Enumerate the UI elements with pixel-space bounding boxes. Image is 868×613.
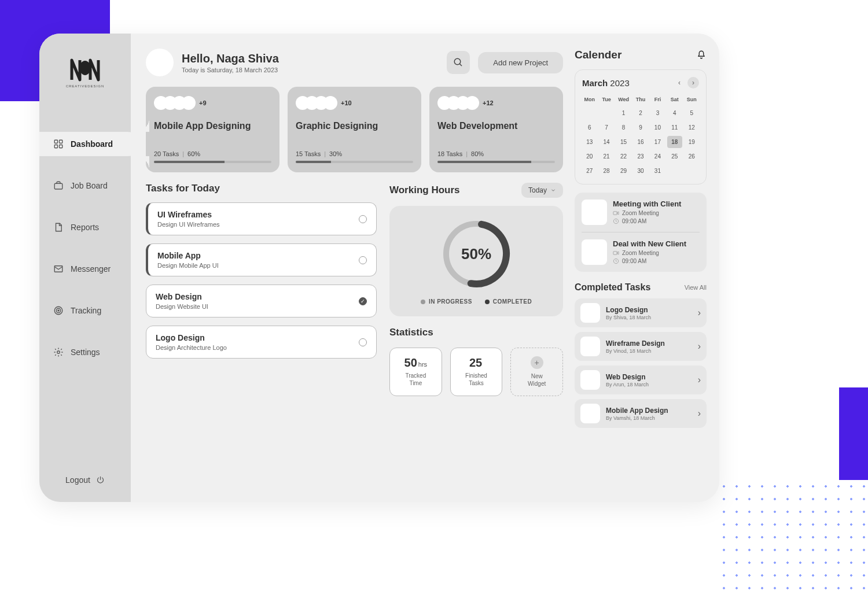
logo-icon (69, 57, 101, 82)
task-subtitle: Design UI Wireframes (157, 221, 220, 228)
project-card[interactable]: +10Graphic Designing15 Tasks|30% (288, 87, 421, 172)
search-button[interactable] (447, 51, 470, 74)
calendar-day[interactable]: 25 (667, 150, 682, 163)
calendar-day[interactable]: 31 (650, 165, 665, 177)
completed-task-title: Logo Design (606, 306, 651, 314)
calendar-day[interactable]: 19 (685, 136, 699, 148)
svg-point-9 (57, 351, 60, 354)
calendar-day[interactable]: 15 (616, 136, 631, 148)
completed-task-meta: By Vamshi, 18 March (606, 415, 668, 421)
calendar-dow: Tue (599, 94, 613, 105)
task-card[interactable]: UI WireframesDesign UI Wireframes (146, 202, 377, 235)
avatar-stack: +9 (154, 96, 271, 110)
logout-button[interactable]: Logout (65, 475, 105, 485)
project-cards: +9Mobile App Designing20 Tasks|60%+10Gra… (146, 87, 563, 172)
power-icon (96, 476, 105, 485)
calendar-day[interactable]: 17 (650, 136, 665, 148)
sidebar-item-messenger[interactable]: Messenger (39, 257, 131, 281)
completed-task-item[interactable]: Logo DesignBy Shiva, 18 March› (575, 298, 707, 327)
calendar-day[interactable]: 4 (667, 107, 682, 119)
project-stats: 15 Tasks|30% (296, 150, 413, 157)
calendar-day[interactable]: 8 (616, 121, 631, 134)
sidebar-item-dashboard[interactable]: Dashboard (39, 132, 140, 156)
calendar-day[interactable]: 22 (616, 150, 631, 163)
task-checkbox[interactable]: ✓ (359, 297, 367, 305)
task-checkbox[interactable] (359, 256, 367, 264)
project-card[interactable]: +9Mobile App Designing20 Tasks|60% (146, 87, 279, 172)
calendar-title: Calender (575, 49, 621, 61)
logout-label: Logout (65, 475, 90, 485)
event-item[interactable]: Meeting with ClientZoom Meeting09:00 AM (582, 200, 700, 232)
donut-percentage: 50% (440, 217, 513, 290)
calendar-day[interactable]: 7 (599, 121, 613, 134)
calendar-day[interactable]: 30 (633, 165, 648, 177)
user-avatar[interactable] (146, 49, 174, 76)
calendar-day[interactable]: 6 (582, 121, 597, 134)
sidebar-item-job-board[interactable]: Job Board (39, 173, 131, 198)
view-all-link[interactable]: View All (685, 284, 707, 291)
greeting-title: Hello, Naga Shiva (182, 52, 279, 65)
main-area: Hello, Naga Shiva Today is Saturday, 18 … (131, 34, 719, 502)
task-card[interactable]: Mobile AppDesign Mobile App UI (146, 243, 377, 276)
calendar-day[interactable]: 11 (667, 121, 682, 134)
completed-task-item[interactable]: Web DesignBy Arun, 18 March› (575, 365, 707, 394)
calendar-day[interactable]: 10 (650, 121, 665, 134)
calendar-next-button[interactable]: › (687, 77, 699, 88)
calendar-day[interactable]: 23 (633, 150, 648, 163)
calendar-day[interactable]: 2 (633, 107, 648, 119)
tasks-title: Tasks for Today (146, 183, 377, 194)
notifications-button[interactable] (696, 50, 707, 60)
completed-task-title: Mobile App Design (606, 407, 668, 415)
project-title: Graphic Designing (296, 120, 413, 145)
progress-bar (154, 161, 271, 163)
event-type: Zoom Meeting (622, 210, 659, 216)
calendar-prev-button[interactable]: ‹ (674, 77, 685, 88)
event-item[interactable]: Deal with New ClientZoom Meeting09:00 AM (582, 239, 700, 265)
svg-rect-13 (613, 212, 617, 215)
calendar-day[interactable]: 13 (582, 136, 597, 148)
avatar-stack: +10 (296, 96, 413, 110)
task-card[interactable]: Web DesignDesign Website UI✓ (146, 285, 377, 317)
task-checkbox[interactable] (359, 215, 367, 223)
calendar-day[interactable]: 26 (685, 150, 699, 163)
decor-dot-grid (718, 480, 868, 596)
calendar-day[interactable]: 29 (616, 165, 631, 177)
task-card[interactable]: Logo DesignDesign Architecture Logo (146, 326, 377, 359)
events-list: Meeting with ClientZoom Meeting09:00 AMD… (575, 193, 707, 272)
briefcase-icon (53, 180, 64, 191)
sidebar-item-reports[interactable]: Reports (39, 215, 131, 239)
chevron-right-icon: › (698, 375, 701, 385)
greeting: Hello, Naga Shiva Today is Saturday, 18 … (182, 52, 279, 73)
calendar-day[interactable]: 20 (582, 150, 597, 163)
calendar-day[interactable]: 5 (685, 107, 699, 119)
event-time: 09:00 AM (622, 258, 646, 264)
calendar-day[interactable]: 14 (599, 136, 613, 148)
calendar-day[interactable]: 27 (582, 165, 597, 177)
calendar-dow: Wed (616, 94, 631, 105)
add-project-button[interactable]: Add new Project (478, 52, 563, 73)
calendar-day[interactable]: 24 (650, 150, 665, 163)
task-checkbox[interactable] (359, 338, 367, 346)
event-time: 09:00 AM (622, 218, 646, 224)
calendar-day[interactable]: 28 (599, 165, 613, 177)
completed-task-item[interactable]: Wireframe DesignBy Vinod, 18 March› (575, 332, 707, 361)
calendar-day[interactable]: 1 (616, 107, 631, 119)
calendar-day[interactable]: 9 (633, 121, 648, 134)
calendar-day[interactable]: 12 (685, 121, 699, 134)
calendar-dow: Sun (685, 94, 699, 105)
calendar-day[interactable]: 21 (599, 150, 613, 163)
sidebar-item-tracking[interactable]: Tracking (39, 298, 131, 323)
sidebar-item-settings[interactable]: Settings (39, 340, 131, 364)
working-range-dropdown[interactable]: Today (521, 183, 563, 198)
task-thumbnail (580, 337, 600, 356)
calendar-dow: Thu (633, 94, 648, 105)
calendar-dow: Mon (582, 94, 597, 105)
calendar-day[interactable]: 18 (667, 136, 682, 148)
calendar-day[interactable]: 3 (650, 107, 665, 119)
new-widget-label: NewWidget (516, 372, 558, 387)
calendar-day[interactable]: 16 (633, 136, 648, 148)
project-card[interactable]: +12Web Development18 Tasks|80% (429, 87, 563, 172)
completed-task-item[interactable]: Mobile App DesignBy Vamshi, 18 March› (575, 399, 707, 428)
member-count: +10 (341, 99, 352, 106)
new-widget-button[interactable]: +NewWidget (510, 348, 563, 396)
